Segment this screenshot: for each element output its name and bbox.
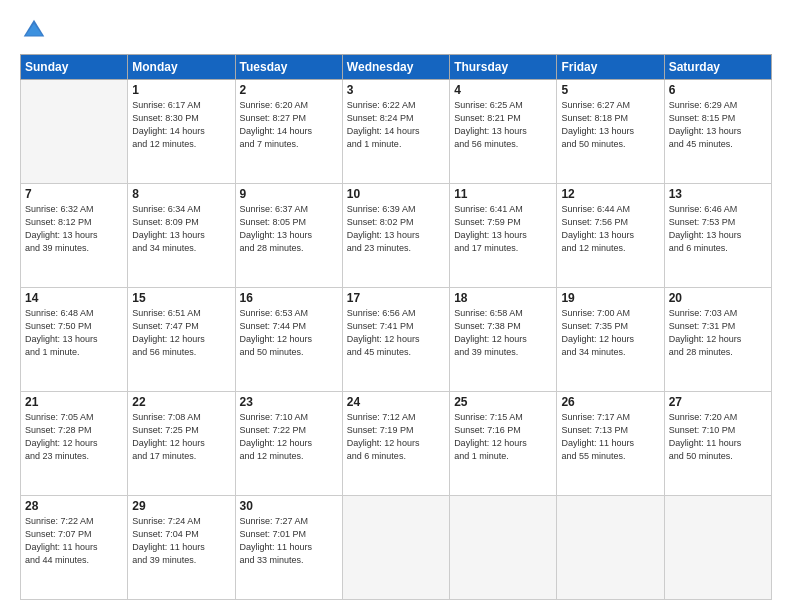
day-number: 3: [347, 83, 445, 97]
calendar-cell: 6Sunrise: 6:29 AM Sunset: 8:15 PM Daylig…: [664, 80, 771, 184]
day-info: Sunrise: 6:37 AM Sunset: 8:05 PM Dayligh…: [240, 203, 338, 255]
calendar-cell: 18Sunrise: 6:58 AM Sunset: 7:38 PM Dayli…: [450, 288, 557, 392]
day-info: Sunrise: 7:24 AM Sunset: 7:04 PM Dayligh…: [132, 515, 230, 567]
day-number: 14: [25, 291, 123, 305]
logo-icon: [20, 16, 48, 44]
week-row-3: 14Sunrise: 6:48 AM Sunset: 7:50 PM Dayli…: [21, 288, 772, 392]
day-number: 8: [132, 187, 230, 201]
calendar-cell: [450, 496, 557, 600]
day-number: 28: [25, 499, 123, 513]
day-number: 7: [25, 187, 123, 201]
weekday-header-monday: Monday: [128, 55, 235, 80]
calendar-cell: 19Sunrise: 7:00 AM Sunset: 7:35 PM Dayli…: [557, 288, 664, 392]
day-info: Sunrise: 7:22 AM Sunset: 7:07 PM Dayligh…: [25, 515, 123, 567]
weekday-header-friday: Friday: [557, 55, 664, 80]
day-number: 17: [347, 291, 445, 305]
day-number: 29: [132, 499, 230, 513]
day-info: Sunrise: 6:41 AM Sunset: 7:59 PM Dayligh…: [454, 203, 552, 255]
day-info: Sunrise: 6:27 AM Sunset: 8:18 PM Dayligh…: [561, 99, 659, 151]
calendar-cell: 1Sunrise: 6:17 AM Sunset: 8:30 PM Daylig…: [128, 80, 235, 184]
calendar-cell: 3Sunrise: 6:22 AM Sunset: 8:24 PM Daylig…: [342, 80, 449, 184]
calendar-cell: 15Sunrise: 6:51 AM Sunset: 7:47 PM Dayli…: [128, 288, 235, 392]
calendar-cell: 5Sunrise: 6:27 AM Sunset: 8:18 PM Daylig…: [557, 80, 664, 184]
week-row-4: 21Sunrise: 7:05 AM Sunset: 7:28 PM Dayli…: [21, 392, 772, 496]
day-info: Sunrise: 6:22 AM Sunset: 8:24 PM Dayligh…: [347, 99, 445, 151]
calendar-cell: 8Sunrise: 6:34 AM Sunset: 8:09 PM Daylig…: [128, 184, 235, 288]
day-info: Sunrise: 6:51 AM Sunset: 7:47 PM Dayligh…: [132, 307, 230, 359]
calendar-cell: 24Sunrise: 7:12 AM Sunset: 7:19 PM Dayli…: [342, 392, 449, 496]
calendar-cell: 4Sunrise: 6:25 AM Sunset: 8:21 PM Daylig…: [450, 80, 557, 184]
day-number: 5: [561, 83, 659, 97]
day-number: 1: [132, 83, 230, 97]
week-row-2: 7Sunrise: 6:32 AM Sunset: 8:12 PM Daylig…: [21, 184, 772, 288]
day-number: 30: [240, 499, 338, 513]
day-info: Sunrise: 6:20 AM Sunset: 8:27 PM Dayligh…: [240, 99, 338, 151]
day-number: 10: [347, 187, 445, 201]
weekday-header-tuesday: Tuesday: [235, 55, 342, 80]
day-info: Sunrise: 6:39 AM Sunset: 8:02 PM Dayligh…: [347, 203, 445, 255]
day-info: Sunrise: 7:27 AM Sunset: 7:01 PM Dayligh…: [240, 515, 338, 567]
calendar-cell: 21Sunrise: 7:05 AM Sunset: 7:28 PM Dayli…: [21, 392, 128, 496]
day-number: 20: [669, 291, 767, 305]
calendar-cell: 2Sunrise: 6:20 AM Sunset: 8:27 PM Daylig…: [235, 80, 342, 184]
day-number: 25: [454, 395, 552, 409]
calendar-cell: 26Sunrise: 7:17 AM Sunset: 7:13 PM Dayli…: [557, 392, 664, 496]
day-number: 12: [561, 187, 659, 201]
calendar-cell: 28Sunrise: 7:22 AM Sunset: 7:07 PM Dayli…: [21, 496, 128, 600]
day-info: Sunrise: 6:32 AM Sunset: 8:12 PM Dayligh…: [25, 203, 123, 255]
calendar-cell: [21, 80, 128, 184]
calendar-cell: 13Sunrise: 6:46 AM Sunset: 7:53 PM Dayli…: [664, 184, 771, 288]
day-info: Sunrise: 6:44 AM Sunset: 7:56 PM Dayligh…: [561, 203, 659, 255]
calendar-cell: 25Sunrise: 7:15 AM Sunset: 7:16 PM Dayli…: [450, 392, 557, 496]
calendar-cell: 12Sunrise: 6:44 AM Sunset: 7:56 PM Dayli…: [557, 184, 664, 288]
day-number: 15: [132, 291, 230, 305]
calendar-cell: 10Sunrise: 6:39 AM Sunset: 8:02 PM Dayli…: [342, 184, 449, 288]
day-info: Sunrise: 7:20 AM Sunset: 7:10 PM Dayligh…: [669, 411, 767, 463]
calendar-cell: 29Sunrise: 7:24 AM Sunset: 7:04 PM Dayli…: [128, 496, 235, 600]
day-info: Sunrise: 7:03 AM Sunset: 7:31 PM Dayligh…: [669, 307, 767, 359]
day-info: Sunrise: 7:08 AM Sunset: 7:25 PM Dayligh…: [132, 411, 230, 463]
calendar-cell: 9Sunrise: 6:37 AM Sunset: 8:05 PM Daylig…: [235, 184, 342, 288]
day-info: Sunrise: 6:53 AM Sunset: 7:44 PM Dayligh…: [240, 307, 338, 359]
weekday-header-row: SundayMondayTuesdayWednesdayThursdayFrid…: [21, 55, 772, 80]
day-info: Sunrise: 6:29 AM Sunset: 8:15 PM Dayligh…: [669, 99, 767, 151]
day-info: Sunrise: 7:17 AM Sunset: 7:13 PM Dayligh…: [561, 411, 659, 463]
week-row-1: 1Sunrise: 6:17 AM Sunset: 8:30 PM Daylig…: [21, 80, 772, 184]
calendar: SundayMondayTuesdayWednesdayThursdayFrid…: [20, 54, 772, 600]
day-number: 9: [240, 187, 338, 201]
week-row-5: 28Sunrise: 7:22 AM Sunset: 7:07 PM Dayli…: [21, 496, 772, 600]
day-number: 22: [132, 395, 230, 409]
day-info: Sunrise: 6:34 AM Sunset: 8:09 PM Dayligh…: [132, 203, 230, 255]
day-number: 13: [669, 187, 767, 201]
day-info: Sunrise: 7:12 AM Sunset: 7:19 PM Dayligh…: [347, 411, 445, 463]
calendar-cell: [557, 496, 664, 600]
day-info: Sunrise: 7:10 AM Sunset: 7:22 PM Dayligh…: [240, 411, 338, 463]
calendar-cell: 22Sunrise: 7:08 AM Sunset: 7:25 PM Dayli…: [128, 392, 235, 496]
day-info: Sunrise: 6:58 AM Sunset: 7:38 PM Dayligh…: [454, 307, 552, 359]
day-number: 4: [454, 83, 552, 97]
calendar-cell: [342, 496, 449, 600]
calendar-cell: [664, 496, 771, 600]
calendar-cell: 30Sunrise: 7:27 AM Sunset: 7:01 PM Dayli…: [235, 496, 342, 600]
calendar-cell: 11Sunrise: 6:41 AM Sunset: 7:59 PM Dayli…: [450, 184, 557, 288]
day-number: 19: [561, 291, 659, 305]
calendar-cell: 20Sunrise: 7:03 AM Sunset: 7:31 PM Dayli…: [664, 288, 771, 392]
day-number: 24: [347, 395, 445, 409]
day-info: Sunrise: 6:25 AM Sunset: 8:21 PM Dayligh…: [454, 99, 552, 151]
weekday-header-thursday: Thursday: [450, 55, 557, 80]
day-info: Sunrise: 7:15 AM Sunset: 7:16 PM Dayligh…: [454, 411, 552, 463]
day-info: Sunrise: 7:00 AM Sunset: 7:35 PM Dayligh…: [561, 307, 659, 359]
logo: [20, 16, 52, 44]
calendar-cell: 14Sunrise: 6:48 AM Sunset: 7:50 PM Dayli…: [21, 288, 128, 392]
day-info: Sunrise: 6:17 AM Sunset: 8:30 PM Dayligh…: [132, 99, 230, 151]
calendar-cell: 23Sunrise: 7:10 AM Sunset: 7:22 PM Dayli…: [235, 392, 342, 496]
day-number: 11: [454, 187, 552, 201]
day-number: 27: [669, 395, 767, 409]
weekday-header-wednesday: Wednesday: [342, 55, 449, 80]
day-number: 26: [561, 395, 659, 409]
day-number: 23: [240, 395, 338, 409]
calendar-cell: 17Sunrise: 6:56 AM Sunset: 7:41 PM Dayli…: [342, 288, 449, 392]
day-info: Sunrise: 6:56 AM Sunset: 7:41 PM Dayligh…: [347, 307, 445, 359]
day-number: 2: [240, 83, 338, 97]
page-header: [20, 16, 772, 44]
